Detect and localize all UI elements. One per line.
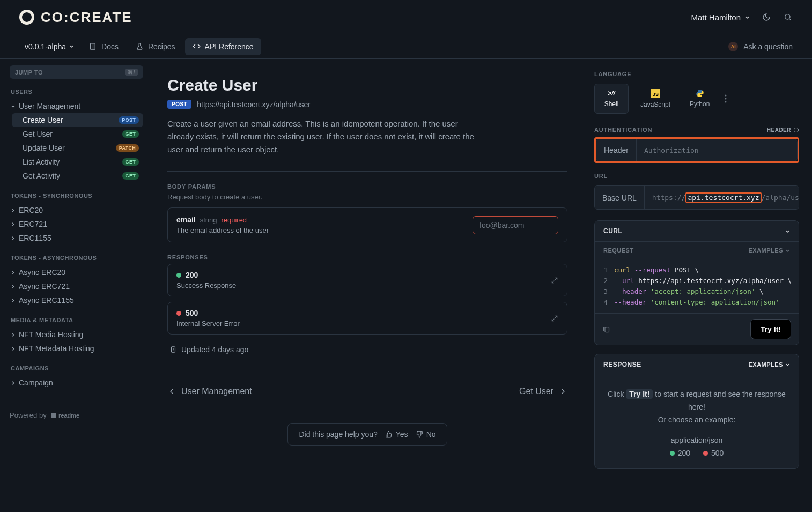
copy-button[interactable] (602, 325, 610, 333)
auth-header-highlight: Header (594, 137, 799, 163)
sidebar-item[interactable]: ERC1155 (10, 231, 143, 245)
base-url-label: Base URL (595, 186, 645, 209)
authorization-input[interactable] (637, 139, 797, 161)
jump-to-button[interactable]: JUMP TO ⌘/ (10, 65, 143, 79)
method-badge: PATCH (116, 144, 139, 152)
response-examples-button[interactable]: EXAMPLES (748, 361, 790, 368)
expand-icon (551, 315, 558, 322)
feedback-yes-button[interactable]: Yes (385, 430, 408, 439)
next-link[interactable]: Get User (519, 387, 567, 396)
svg-rect-8 (605, 327, 609, 332)
sidebar-subitem[interactable]: Update UserPATCH (12, 141, 143, 155)
top-header: CO:CREATE Matt Hamilton (0, 0, 812, 34)
sidebar-item[interactable]: ERC721 (10, 217, 143, 231)
sidebar-heading: MEDIA & METADATA (11, 317, 143, 323)
sidebar-subitem[interactable]: Get UserGET (12, 127, 143, 141)
sidebar-subitem[interactable]: List ActivityGET (12, 155, 143, 169)
powered-by[interactable]: Powered by readme (10, 411, 143, 419)
tab-recipes[interactable]: Recipes (128, 38, 183, 55)
sidebar-heading: CAMPAIGNS (11, 365, 143, 372)
response-code-chip[interactable]: 200 (670, 449, 690, 457)
sidebar-item[interactable]: User Management (10, 99, 143, 113)
response-item[interactable]: 200Success Response (167, 264, 567, 296)
feedback-no-button[interactable]: No (416, 430, 436, 439)
expand-icon (551, 277, 558, 284)
sidebar-item[interactable]: Async ERC20 (10, 265, 143, 279)
svg-point-4 (725, 95, 727, 97)
sidebar: JUMP TO ⌘/ USERSUser ManagementCreate Us… (0, 59, 153, 512)
code-icon (193, 42, 201, 50)
response-code-chip[interactable]: 500 (703, 449, 724, 457)
url-heading: URL (594, 173, 799, 179)
response-code-list: 200500 (595, 449, 799, 468)
response-item[interactable]: 500Internal Server Error (167, 302, 567, 335)
chevron-down-icon (785, 229, 790, 234)
base-url-value[interactable]: https://api.testcocrt.xyz/alpha/user (645, 186, 799, 209)
svg-point-0 (785, 14, 790, 19)
sidebar-subitem[interactable]: Create UserPOST (12, 113, 143, 127)
request-examples-button[interactable]: EXAMPLES (748, 247, 790, 254)
sidebar-item[interactable]: Async ERC1155 (10, 293, 143, 307)
param-type: string (200, 216, 217, 224)
sidebar-item-label: User Management (19, 102, 80, 110)
tab-api-reference[interactable]: API Reference (185, 38, 261, 55)
js-icon: JS (651, 89, 660, 98)
sidebar-item-label: Async ERC20 (19, 268, 65, 277)
more-languages-button[interactable] (725, 94, 727, 103)
header-label: Header (596, 139, 637, 161)
sidebar-item[interactable]: NFT Media Hosting (10, 328, 143, 342)
sidebar-subitem[interactable]: Get ActivityGET (12, 169, 143, 183)
chevron-down-icon (745, 15, 750, 20)
chevron-down-icon (785, 362, 790, 367)
clipboard-icon (602, 325, 610, 333)
responses-heading: RESPONSES (167, 254, 567, 261)
try-it-button[interactable]: Try It! (750, 319, 791, 339)
status-dot-icon (176, 273, 181, 278)
logo[interactable]: CO:CREATE (19, 9, 132, 26)
status-dot-icon (176, 311, 181, 316)
sidebar-item-label: ERC721 (19, 220, 47, 228)
sidebar-heading: TOKENS - SYNCHRONOUS (11, 192, 143, 199)
svg-point-6 (725, 101, 727, 103)
right-panel: LANGUAGE >// Shell JS JavaScript Python … (581, 59, 812, 512)
arrow-left-icon (167, 387, 176, 396)
ask-question-button[interactable]: AI Ask a question (728, 42, 793, 51)
thumbs-down-icon (416, 431, 423, 438)
lang-javascript[interactable]: JS JavaScript (633, 84, 678, 114)
param-input-email[interactable] (473, 216, 558, 234)
search-icon[interactable] (783, 12, 793, 22)
logo-text: CO:CREATE (41, 9, 132, 26)
updated-timestamp: Updated 4 days ago (167, 340, 567, 359)
sidebar-item-label: NFT Metadata Hosting (19, 344, 94, 353)
ai-badge-icon: AI (728, 42, 738, 51)
sidebar-item[interactable]: NFT Metadata Hosting (10, 342, 143, 355)
pagination: User Management Get User (167, 387, 567, 396)
method-badge: POST (119, 116, 139, 124)
sidebar-item[interactable]: Async ERC721 (10, 279, 143, 293)
auth-type-badge[interactable]: HEADER (767, 127, 799, 133)
tab-docs[interactable]: Docs (82, 38, 126, 55)
page-title: Create User (167, 76, 567, 94)
version-selector[interactable]: v0.0.1-alpha (19, 39, 79, 54)
sidebar-item-label: ERC20 (19, 206, 43, 214)
user-menu[interactable]: Matt Hamilton (691, 13, 750, 22)
lang-shell[interactable]: >// Shell (594, 84, 629, 114)
method-badge: GET (122, 130, 139, 138)
auth-heading: AUTHENTICATION (594, 127, 652, 133)
content-type: application/json (595, 436, 799, 449)
chevron-right-icon (11, 346, 16, 351)
sidebar-item[interactable]: Campaign (10, 376, 143, 390)
sidebar-item-label: Async ERC721 (19, 282, 70, 291)
svg-rect-1 (51, 413, 56, 418)
response-panel: RESPONSE EXAMPLES Click Try It! to start… (594, 354, 799, 469)
sidebar-item[interactable]: ERC20 (10, 203, 143, 217)
url-host-highlight: api.testcocrt.xyz (685, 192, 761, 203)
chevron-right-icon (11, 381, 16, 385)
prev-link[interactable]: User Management (167, 387, 252, 396)
param-desc: The email address of the user (176, 226, 269, 234)
theme-toggle-icon[interactable] (762, 12, 771, 22)
lang-python[interactable]: Python (682, 84, 717, 113)
curl-toggle[interactable]: CURL (595, 221, 799, 242)
status-dot-icon (703, 451, 708, 456)
book-icon (89, 42, 97, 50)
